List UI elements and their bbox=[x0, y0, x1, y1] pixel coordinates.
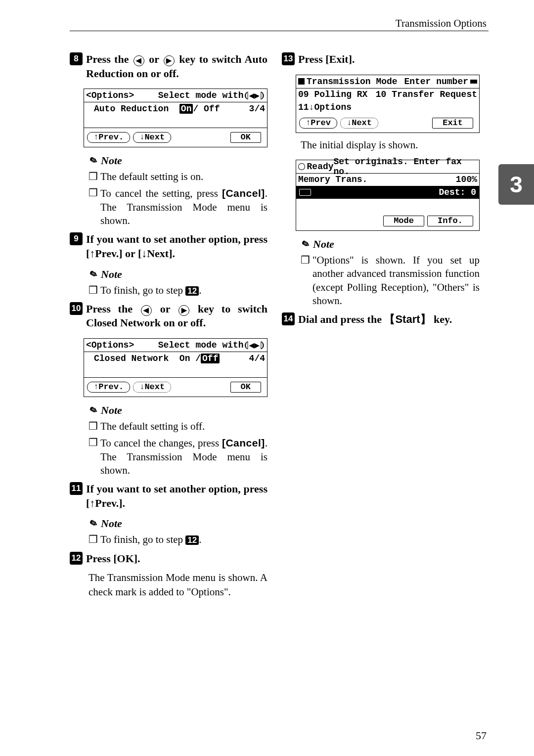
step-9: 9 If you want to set another option, pre… bbox=[70, 232, 267, 261]
note-title: Note bbox=[101, 154, 122, 167]
chapter-tab: 3 bbox=[498, 164, 534, 205]
lcd-item: 10 Transfer Request bbox=[376, 89, 477, 99]
note-item: "Options" is shown. If you set up anothe… bbox=[301, 254, 480, 308]
step-13-text: Press [Exit]. bbox=[298, 52, 480, 67]
step-12-sub: The Transmission Mode menu is shown. A c… bbox=[89, 571, 267, 599]
pencil-icon: ✎ bbox=[299, 237, 312, 251]
lcd-value-on: On bbox=[179, 104, 193, 114]
lcd-prev-button[interactable]: ↑Prev. bbox=[87, 132, 130, 143]
note-8: ✎Note The default setting is on. To canc… bbox=[89, 154, 267, 227]
lcd-item: 11↓Options bbox=[298, 102, 352, 112]
step-8-text: Press the ◀ or ▶ key to switch Auto Redu… bbox=[86, 52, 267, 81]
left-arrow-icon: ◀ bbox=[141, 305, 152, 316]
note-title: Note bbox=[101, 404, 122, 417]
lcd-label: Select mode with bbox=[158, 340, 244, 350]
txt: Press the bbox=[86, 303, 140, 315]
lcd-ok-button[interactable]: OK bbox=[230, 382, 261, 393]
lcd-auto-reduction: <Options>Select mode with⦇◀▶⦈ Auto Reduc… bbox=[84, 89, 267, 147]
lcd-mode-button[interactable]: Mode bbox=[383, 216, 424, 226]
txt: key. bbox=[431, 313, 452, 325]
cursor-icon bbox=[470, 80, 477, 84]
lcd-info-button[interactable]: Info. bbox=[427, 216, 473, 226]
txt: To finish, go to step bbox=[100, 284, 185, 296]
txt: . bbox=[199, 284, 201, 296]
lcd-exit-button[interactable]: Exit bbox=[432, 118, 473, 129]
note-item: To cancel the changes, press [Cancel]. T… bbox=[89, 436, 267, 477]
note-item: To finish, go to step 12. bbox=[89, 533, 267, 546]
left-arrow-icon: ◀ bbox=[134, 55, 144, 66]
right-arrow-icon: ▶ bbox=[164, 55, 175, 66]
soft-key: [Cancel] bbox=[222, 437, 265, 448]
lcd-label: <Options> bbox=[86, 90, 134, 100]
step-badge-8: 8 bbox=[70, 52, 83, 65]
lcd-transmission-mode: Transmission ModeEnter number 09 Polling… bbox=[296, 75, 480, 133]
lcd-next-button: ↓Next bbox=[133, 382, 171, 393]
lcd-dest: Dest: 0 bbox=[439, 187, 476, 197]
lcd-item: 09 Polling RX bbox=[298, 89, 367, 99]
lcd-label: Auto Reduction bbox=[94, 104, 169, 114]
txt: To cancel the setting, press bbox=[100, 187, 222, 199]
lcd-prev-button[interactable]: ↑Prev bbox=[299, 118, 337, 129]
pencil-icon: ✎ bbox=[87, 517, 99, 531]
note-item: The default setting is off. bbox=[89, 420, 267, 433]
right-arrow-icon: ▶ bbox=[178, 305, 189, 316]
txt: . bbox=[199, 534, 201, 545]
note-13: ✎Note "Options" is shown. If you set up … bbox=[301, 238, 480, 308]
step-13-sub: The initial display is shown. bbox=[301, 138, 480, 152]
txt: or bbox=[145, 53, 163, 65]
start-key: Start bbox=[384, 313, 431, 325]
lcd-hint: Set originals. Enter fax no. bbox=[334, 157, 477, 177]
left-arrow-icon: ⦇◀ bbox=[244, 90, 255, 101]
square-icon bbox=[298, 78, 305, 85]
txt: Dial and press the bbox=[298, 313, 384, 325]
note-10: ✎Note The default setting is off. To can… bbox=[89, 404, 267, 477]
soft-key: [Cancel] bbox=[222, 187, 265, 199]
lcd-closed-network: <Options>Select mode with⦇◀▶⦈ Closed Net… bbox=[84, 338, 267, 397]
pencil-icon: ✎ bbox=[87, 267, 99, 281]
pencil-icon: ✎ bbox=[87, 403, 99, 418]
lcd-prev-button[interactable]: ↑Prev. bbox=[87, 382, 130, 393]
step-badge-13: 13 bbox=[282, 52, 295, 65]
note-title: Note bbox=[101, 268, 122, 281]
lcd-page: 4/4 bbox=[249, 354, 265, 363]
step-ref-icon: 12 bbox=[185, 286, 199, 296]
step-badge-10: 10 bbox=[70, 302, 83, 315]
lcd-ok-button[interactable]: OK bbox=[230, 132, 261, 143]
left-column: 8 Press the ◀ or ▶ key to switch Auto Re… bbox=[70, 47, 267, 599]
note-item: The default setting is on. bbox=[89, 170, 267, 183]
step-10-text: Press the ◀ or ▶ key to switch Closed Ne… bbox=[86, 302, 267, 330]
txt: or bbox=[153, 303, 178, 315]
lcd-ready: ReadySet originals. Enter fax no. Memory… bbox=[296, 160, 480, 231]
step-14: 14 Dial and press the Start key. bbox=[282, 312, 480, 327]
step-badge-14: 14 bbox=[282, 312, 295, 325]
page-number: 57 bbox=[476, 729, 487, 742]
step-11: 11 If you want to set another option, pr… bbox=[70, 482, 267, 510]
step-13: 13 Press [Exit]. bbox=[282, 52, 480, 67]
step-ref-icon: 12 bbox=[185, 535, 199, 545]
lcd-value: / Off bbox=[193, 104, 220, 114]
right-arrow-icon: ▶⦈ bbox=[254, 90, 265, 101]
txt: To cancel the changes, press bbox=[100, 437, 222, 449]
txt: To finish, go to step bbox=[100, 534, 185, 545]
right-arrow-icon: ▶⦈ bbox=[254, 340, 265, 351]
book-icon bbox=[299, 189, 311, 196]
step-12-text: Press [OK]. bbox=[86, 552, 267, 566]
pencil-icon: ✎ bbox=[87, 154, 99, 168]
lcd-label: Closed Network bbox=[94, 354, 169, 363]
step-badge-12: 12 bbox=[70, 552, 83, 565]
step-12: 12 Press [OK]. bbox=[70, 552, 267, 566]
note-item: To finish, go to step 12. bbox=[89, 284, 267, 297]
lcd-label: Select mode with bbox=[158, 90, 244, 100]
lcd-next-button[interactable]: ↓Next bbox=[133, 132, 171, 143]
left-arrow-icon: ⦇◀ bbox=[244, 340, 255, 351]
header-rule bbox=[70, 31, 489, 31]
note-title: Note bbox=[313, 238, 334, 251]
lcd-label: Memory Trans. bbox=[298, 175, 367, 184]
step-8: 8 Press the ◀ or ▶ key to switch Auto Re… bbox=[70, 52, 267, 81]
running-header: Transmission Options bbox=[396, 17, 487, 30]
lcd-label: <Options> bbox=[86, 340, 134, 350]
step-10: 10 Press the ◀ or ▶ key to switch Closed… bbox=[70, 302, 267, 330]
note-11: ✎Note To finish, go to step 12. bbox=[89, 517, 267, 546]
step-badge-11: 11 bbox=[70, 482, 83, 495]
lcd-label: Enter number bbox=[404, 77, 468, 87]
